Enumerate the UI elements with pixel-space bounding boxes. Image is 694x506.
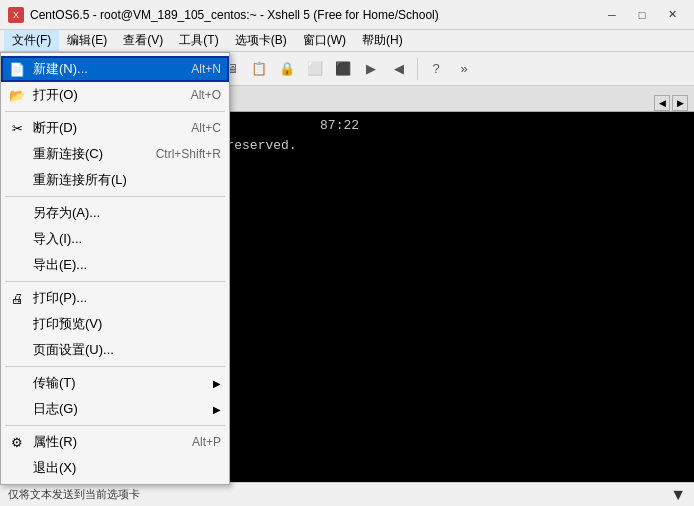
- menu-item-exit-label: 退出(X): [33, 459, 76, 477]
- menu-item-log[interactable]: 日志(G) ▶: [1, 396, 229, 422]
- menu-item-disconnect-label: 断开(D): [33, 119, 77, 137]
- toolbar-btn10[interactable]: ▶: [358, 56, 384, 82]
- menu-item-printpreview-label: 打印预览(V): [33, 315, 102, 333]
- menu-item-printpreview[interactable]: 打印预览(V): [1, 311, 229, 337]
- menu-item-reconnect-shortcut: Ctrl+Shift+R: [156, 147, 221, 161]
- title-bar: X CentOS6.5 - root@VM_189_105_centos:~ -…: [0, 0, 694, 30]
- menu-item-saveas-label: 另存为(A)...: [33, 204, 100, 222]
- sep-4: [5, 366, 225, 367]
- menu-item-transfer[interactable]: 传输(T) ▶: [1, 370, 229, 396]
- window-controls: ─ □ ✕: [598, 5, 686, 25]
- sep-2: [5, 196, 225, 197]
- menu-item-disconnect[interactable]: ✂ 断开(D) Alt+C: [1, 115, 229, 141]
- menu-item-saveas[interactable]: 另存为(A)...: [1, 200, 229, 226]
- menu-item-properties-label: 属性(R): [33, 433, 77, 451]
- menu-item-import[interactable]: 导入(I)...: [1, 226, 229, 252]
- toolbar-btn11[interactable]: ◀: [386, 56, 412, 82]
- maximize-button[interactable]: □: [628, 5, 656, 25]
- toolbar-btn7[interactable]: 🔒: [274, 56, 300, 82]
- menu-tab[interactable]: 选项卡(B): [227, 30, 295, 51]
- toolbar-sep-3: [417, 58, 418, 80]
- close-button[interactable]: ✕: [658, 5, 686, 25]
- disconnect-icon: ✂: [7, 121, 27, 136]
- sep-3: [5, 281, 225, 282]
- menu-file[interactable]: 文件(F): [4, 30, 59, 51]
- tab-navigation: ◀ ▶: [654, 95, 688, 111]
- menu-tools[interactable]: 工具(T): [171, 30, 226, 51]
- toolbar-extra[interactable]: »: [451, 56, 477, 82]
- properties-icon: ⚙: [7, 435, 27, 450]
- menu-item-open[interactable]: 📂 打开(O) Alt+O: [1, 82, 229, 108]
- menu-item-pagesetup[interactable]: 页面设置(U)...: [1, 337, 229, 363]
- open-icon: 📂: [7, 88, 27, 103]
- app-icon: X: [8, 7, 24, 23]
- menu-window[interactable]: 窗口(W): [295, 30, 354, 51]
- tab-next-btn[interactable]: ▶: [672, 95, 688, 111]
- sep-5: [5, 425, 225, 426]
- menu-bar: 文件(F) 编辑(E) 查看(V) 工具(T) 选项卡(B) 窗口(W) 帮助(…: [0, 30, 694, 52]
- menu-item-reconnect[interactable]: 重新连接(C) Ctrl+Shift+R: [1, 141, 229, 167]
- menu-item-print-label: 打印(P)...: [33, 289, 87, 307]
- menu-item-exit[interactable]: 退出(X): [1, 455, 229, 481]
- menu-item-export[interactable]: 导出(E)...: [1, 252, 229, 278]
- menu-item-reconnect-label: 重新连接(C): [33, 145, 103, 163]
- menu-item-print[interactable]: 🖨 打印(P)...: [1, 285, 229, 311]
- toolbar-btn9[interactable]: ⬛: [330, 56, 356, 82]
- menu-item-pagesetup-label: 页面设置(U)...: [33, 341, 114, 359]
- print-icon: 🖨: [7, 291, 27, 306]
- minimize-button[interactable]: ─: [598, 5, 626, 25]
- dropdown-menu: 📄 新建(N)... Alt+N 📂 打开(O) Alt+O ✂ 断开(D) A…: [0, 52, 230, 485]
- menu-item-reconnect-all[interactable]: 重新连接所有(L): [1, 167, 229, 193]
- toolbar-help[interactable]: ?: [423, 56, 449, 82]
- toolbar-btn6[interactable]: 📋: [246, 56, 272, 82]
- menu-item-transfer-label: 传输(T): [33, 374, 76, 392]
- menu-item-open-label: 打开(O): [33, 86, 78, 104]
- menu-view[interactable]: 查看(V): [115, 30, 171, 51]
- menu-help[interactable]: 帮助(H): [354, 30, 411, 51]
- window-title: CentOS6.5 - root@VM_189_105_centos:~ - X…: [30, 8, 598, 22]
- menu-item-new[interactable]: 📄 新建(N)... Alt+N: [1, 56, 229, 82]
- menu-item-reconnect-all-label: 重新连接所有(L): [33, 171, 127, 189]
- menu-item-properties[interactable]: ⚙ 属性(R) Alt+P: [1, 429, 229, 455]
- status-text: 仅将文本发送到当前选项卡: [8, 487, 140, 502]
- menu-item-properties-shortcut: Alt+P: [192, 435, 221, 449]
- menu-item-import-label: 导入(I)...: [33, 230, 82, 248]
- menu-item-export-label: 导出(E)...: [33, 256, 87, 274]
- file-dropdown: 📄 新建(N)... Alt+N 📂 打开(O) Alt+O ✂ 断开(D) A…: [0, 52, 230, 485]
- new-icon: 📄: [7, 62, 27, 77]
- transfer-arrow-icon: ▶: [213, 378, 221, 389]
- log-arrow-icon: ▶: [213, 404, 221, 415]
- menu-item-disconnect-shortcut: Alt+C: [191, 121, 221, 135]
- menu-item-open-shortcut: Alt+O: [191, 88, 221, 102]
- toolbar-btn8[interactable]: ⬜: [302, 56, 328, 82]
- menu-item-new-shortcut: Alt+N: [191, 62, 221, 76]
- status-arrow-icon: ▼: [670, 486, 686, 504]
- menu-item-log-label: 日志(G): [33, 400, 78, 418]
- status-bar: 仅将文本发送到当前选项卡 ▼: [0, 482, 694, 506]
- tab-prev-btn[interactable]: ◀: [654, 95, 670, 111]
- sep-1: [5, 111, 225, 112]
- menu-item-new-label: 新建(N)...: [33, 60, 88, 78]
- menu-edit[interactable]: 编辑(E): [59, 30, 115, 51]
